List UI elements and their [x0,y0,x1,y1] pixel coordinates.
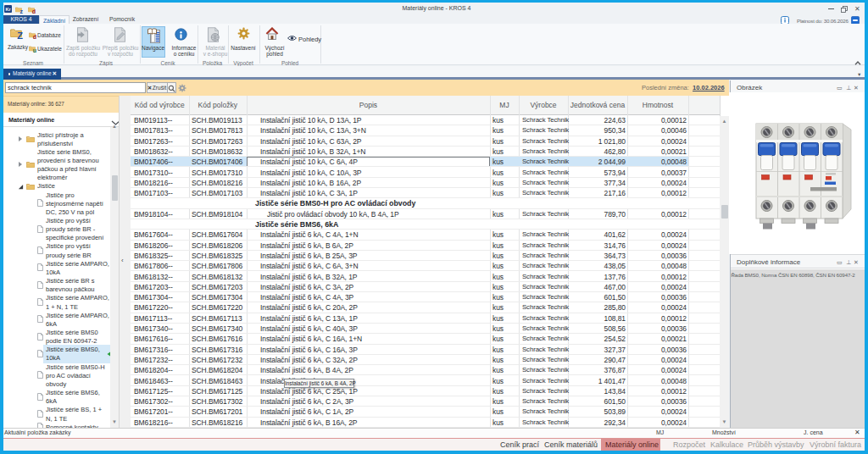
svg-text:Kr: Kr [5,7,11,12]
